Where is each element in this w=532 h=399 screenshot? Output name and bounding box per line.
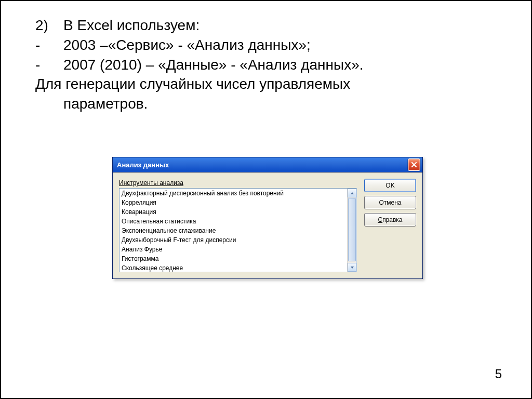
dialog-body: Инструменты анализа Двухфакторный диспер… [113, 172, 422, 278]
list-item[interactable]: Описательная статистика [119, 217, 347, 226]
dialog-buttons: OK Отмена Справка [364, 178, 416, 272]
close-icon [411, 162, 417, 168]
scroll-down-button[interactable] [348, 263, 356, 272]
help-button-label: Справка [378, 216, 402, 223]
list-marker: - [35, 35, 63, 55]
dialog-title: Анализ данных [117, 161, 408, 169]
list-item[interactable]: Анализ Фурье [119, 245, 347, 254]
scroll-thumb[interactable] [348, 198, 356, 261]
data-analysis-dialog: Анализ данных Инструменты анализа Двухфа… [112, 157, 423, 279]
list-marker: 2) [35, 16, 63, 35]
scroll-up-button[interactable] [348, 189, 356, 197]
list-item[interactable]: Двухфакторный дисперсионный анализ без п… [119, 189, 347, 198]
text-line: 2007 (2010) – «Данные» - «Анализ данных»… [63, 55, 364, 75]
list-marker: - [35, 55, 63, 75]
list-item[interactable]: Двухвыборочный F-тест для дисперсии [119, 235, 347, 245]
slide-text: 2) В Excel используем: - 2003 –«Сервис» … [35, 16, 503, 114]
chevron-up-icon [350, 192, 354, 195]
list-item[interactable]: Ковариация [119, 207, 347, 217]
text-line: В Excel используем: [63, 16, 200, 35]
help-button[interactable]: Справка [364, 213, 416, 227]
scroll-track[interactable] [348, 197, 356, 263]
tools-group: Инструменты анализа Двухфакторный диспер… [119, 178, 357, 272]
chevron-down-icon [350, 266, 354, 269]
slide-frame: 2) В Excel используем: - 2003 –«Сервис» … [0, 0, 532, 399]
ok-button[interactable]: OK [364, 179, 416, 192]
text-line: 2003 –«Сервис» - «Анализ данных»; [63, 35, 311, 55]
group-label: Инструменты анализа [119, 179, 183, 187]
list-items-container: Двухфакторный дисперсионный анализ без п… [119, 189, 347, 272]
list-item[interactable]: Экспоненциальное сглаживание [119, 226, 347, 235]
close-button[interactable] [408, 158, 420, 171]
text-line: Для генерации случайных чисел управляемы… [35, 74, 503, 94]
list-item[interactable]: Гистограмма [119, 254, 347, 263]
scrollbar[interactable] [347, 189, 356, 272]
titlebar[interactable]: Анализ данных [113, 157, 422, 172]
list-item[interactable]: Скользящее среднее [119, 263, 347, 272]
tools-listbox[interactable]: Двухфакторный дисперсионный анализ без п… [119, 188, 357, 272]
page-number: 5 [495, 367, 502, 381]
list-item[interactable]: Корреляция [119, 198, 347, 207]
text-line: параметров. [35, 94, 503, 114]
cancel-button[interactable]: Отмена [364, 196, 416, 209]
